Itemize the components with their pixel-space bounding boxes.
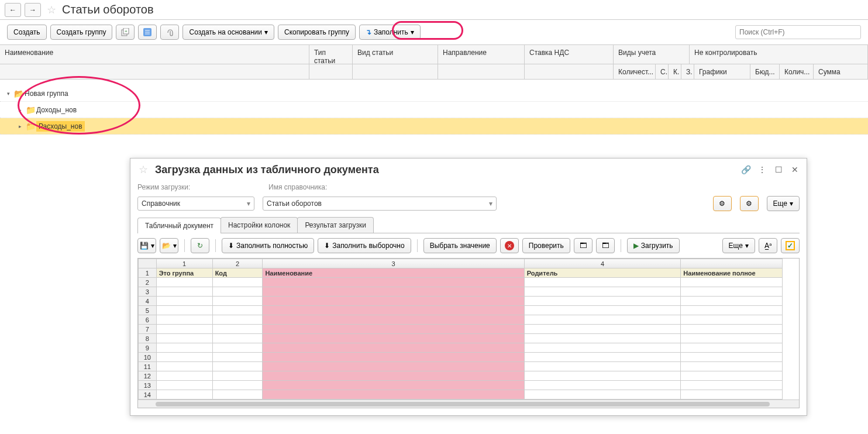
spreadsheet[interactable]: 1 2 3 4 1 Это группа Код Наименование Ро… [137, 258, 800, 408]
copy-icon-button[interactable]: + [116, 25, 135, 40]
h-code[interactable]: Код [212, 268, 263, 278]
settings2-button[interactable]: ⚙ [740, 196, 759, 211]
attach-icon-button[interactable] [160, 25, 179, 40]
corner[interactable] [139, 259, 157, 268]
grid-header: Наименование Тип статьи Вид статьи Напра… [0, 44, 868, 80]
pick-button[interactable]: Выбрать значение [423, 238, 497, 253]
col-letter[interactable]: 2 [212, 259, 263, 268]
maximize-icon[interactable]: ☐ [773, 165, 784, 174]
fill-full-button[interactable]: ⬇ Заполнить полностью [222, 238, 314, 253]
col-kind[interactable]: Вид статьи [353, 45, 438, 64]
row-num[interactable]: 7 [139, 325, 157, 334]
row-num[interactable]: 1 [139, 268, 157, 278]
nav-fwd-button[interactable]: → [25, 3, 41, 17]
load-button[interactable]: ▶ Загрузить [627, 238, 680, 253]
font-button[interactable]: A̲ᵃ [759, 238, 777, 253]
link-icon[interactable]: 🔗 [740, 165, 752, 174]
row-num[interactable]: 13 [139, 381, 157, 390]
col-acct[interactable]: Виды учета [614, 45, 690, 64]
menu-icon[interactable]: ⋮ [756, 165, 768, 174]
tab-columns[interactable]: Настройки колонок [221, 217, 298, 233]
fill-button[interactable]: ↴ Заполнить ▾ [359, 25, 421, 40]
col-dir[interactable]: Направление [438, 45, 525, 64]
more-top-button[interactable]: Еще ▾ [767, 196, 800, 211]
col-letter[interactable]: 3 [263, 259, 524, 268]
row-num[interactable]: 6 [139, 315, 157, 325]
col-type[interactable]: Тип статьи [309, 45, 353, 64]
nav1-button[interactable]: 🗔 [574, 238, 593, 253]
checkbox-icon: ✓ [786, 241, 795, 250]
mode-select[interactable]: Справочник [137, 197, 254, 211]
refresh-button[interactable]: ↻ [191, 238, 209, 253]
clear-button[interactable]: ✕ [500, 238, 519, 253]
create-based-button[interactable]: Создать на основании ▾ [182, 25, 274, 40]
h-parent[interactable]: Родитель [524, 268, 681, 278]
col-vat[interactable]: Ставка НДС [525, 45, 614, 64]
expand-icon[interactable]: ▸ [19, 123, 26, 129]
col-c[interactable]: С. [656, 64, 669, 79]
col-qty2[interactable]: Колич... [780, 64, 814, 79]
row-num[interactable]: 4 [139, 297, 157, 306]
h-scrollbar[interactable] [138, 399, 799, 408]
col-k[interactable]: К. [669, 64, 681, 79]
calendar-icon: 🗔 [580, 242, 587, 250]
tree-income[interactable]: ▸ 📁 Доходы_нов [0, 102, 868, 118]
open-button[interactable]: 📂▾ [160, 238, 178, 253]
nav-back-button[interactable]: ← [5, 3, 21, 17]
dropdown-caret-icon: ▾ [411, 28, 414, 36]
check-toggle[interactable]: ✓ [781, 238, 800, 253]
row-num[interactable]: 2 [139, 278, 157, 287]
row-num[interactable]: 11 [139, 362, 157, 371]
col-noctrl[interactable]: Не контролировать [690, 45, 868, 64]
col-letter[interactable]: 1 [156, 259, 212, 268]
page-title: Статьи оборотов [62, 3, 154, 16]
row-num[interactable]: 10 [139, 353, 157, 362]
col-z[interactable]: З. [681, 64, 694, 79]
nav2-button[interactable]: 🗔 [596, 238, 615, 253]
close-icon[interactable]: ✕ [789, 165, 801, 174]
col-qty[interactable]: Количест... [614, 64, 656, 79]
folder-icon: 📁 [26, 105, 36, 115]
list-icon-button[interactable] [138, 25, 157, 40]
tree-group-new[interactable]: ▾ 📂 Новая группа [0, 85, 868, 102]
h-isgroup[interactable]: Это группа [156, 268, 212, 278]
expand-icon[interactable]: ▸ [19, 107, 26, 113]
fill-sel-button[interactable]: ⬇ Заполнить выборочно [318, 238, 411, 253]
search-input[interactable] [735, 25, 861, 39]
copy-plus-icon: + [121, 28, 129, 36]
col-letter[interactable] [681, 259, 783, 268]
h-fullname[interactable]: Наименование полное [681, 268, 783, 278]
copy-group-button[interactable]: Скопировать группу [278, 25, 356, 40]
row-num[interactable]: 12 [139, 371, 157, 381]
col-name[interactable]: Наименование [0, 45, 309, 64]
ref-label: Имя справочника: [268, 183, 502, 191]
settings1-button[interactable]: ⚙ [713, 196, 732, 211]
col-bud[interactable]: Бюд... [750, 64, 780, 79]
tree-label: Расходы_нов [36, 121, 85, 132]
clear-icon: ✕ [505, 241, 514, 250]
row-num[interactable]: 14 [139, 390, 157, 399]
refresh-icon: ↻ [197, 242, 203, 250]
ref-select[interactable]: Статьи оборотов [263, 197, 497, 211]
create-button[interactable]: Создать [7, 25, 47, 40]
row-num[interactable]: 5 [139, 306, 157, 315]
load-dialog: ☆ Загрузка данных из табличного документ… [130, 158, 807, 416]
more-button[interactable]: Еще ▾ [722, 238, 755, 253]
save-button[interactable]: 💾▾ [137, 238, 156, 253]
star-icon[interactable]: ☆ [47, 4, 56, 16]
row-num[interactable]: 8 [139, 334, 157, 343]
search-container [735, 25, 861, 39]
row-num[interactable]: 9 [139, 343, 157, 353]
star-icon[interactable]: ☆ [139, 163, 148, 176]
tab-doc[interactable]: Табличный документ [137, 218, 221, 233]
h-name[interactable]: Наименование [263, 268, 524, 278]
expand-icon[interactable]: ▾ [7, 91, 14, 97]
create-group-button[interactable]: Создать группу [50, 25, 113, 40]
tab-result[interactable]: Результат загрузки [297, 217, 373, 233]
col-sum[interactable]: Сумма [814, 64, 868, 79]
col-graph[interactable]: Графики [694, 64, 750, 79]
col-letter[interactable]: 4 [524, 259, 681, 268]
tree-expense[interactable]: ▸ 📁 Расходы_нов [0, 118, 868, 135]
row-num[interactable]: 3 [139, 287, 157, 297]
check-button[interactable]: Проверить [522, 238, 570, 253]
